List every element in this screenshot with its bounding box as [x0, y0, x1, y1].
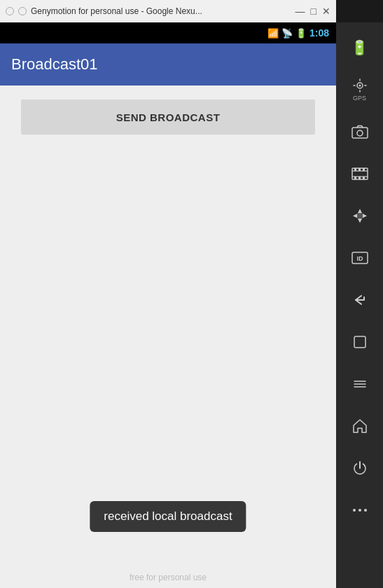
- camera-icon: [351, 125, 368, 139]
- sidebar-item-home[interactable]: [336, 406, 383, 446]
- recents-icon: [353, 335, 367, 349]
- sidebar-item-power[interactable]: [336, 449, 383, 488]
- power-icon: [352, 460, 368, 476]
- title-bar: Genymotion for personal use - Google Nex…: [0, 0, 336, 22]
- svg-rect-17: [357, 213, 363, 219]
- svg-marker-15: [353, 214, 357, 218]
- gps-icon: [352, 78, 368, 93]
- window-circle-2: [18, 7, 27, 15]
- sidebar-item-dpad[interactable]: [336, 196, 383, 235]
- svg-point-3: [357, 130, 363, 136]
- signal-icon: 📡: [281, 28, 293, 39]
- svg-rect-7: [354, 168, 356, 171]
- home-icon: [352, 418, 368, 434]
- battery-icon: 🔋: [295, 28, 307, 39]
- sidebar-item-menu[interactable]: [336, 364, 383, 404]
- main-content: SEND BROADCAST received local broadcast …: [0, 86, 336, 588]
- status-bar: 📶 📡 🔋 1:08: [0, 22, 336, 43]
- app-title: Broadcast01: [11, 55, 98, 74]
- svg-point-1: [358, 85, 361, 87]
- minimize-button[interactable]: —: [295, 6, 305, 16]
- svg-rect-11: [358, 177, 361, 179]
- svg-rect-12: [363, 177, 365, 179]
- watermark-text: free for personal use: [130, 573, 207, 582]
- window-controls: — □ ✕: [295, 6, 330, 16]
- svg-rect-20: [354, 336, 365, 348]
- sidebar-item-media[interactable]: [336, 154, 383, 193]
- dpad-icon: [352, 208, 368, 224]
- window-title: Genymotion for personal use - Google Nex…: [31, 6, 202, 16]
- svg-marker-16: [363, 214, 367, 218]
- svg-point-24: [353, 509, 356, 512]
- sidebar-item-back[interactable]: [336, 280, 383, 320]
- svg-point-25: [358, 509, 361, 512]
- menu-icon: [353, 378, 367, 390]
- restore-button[interactable]: □: [311, 6, 316, 16]
- svg-point-26: [364, 509, 367, 512]
- svg-marker-13: [358, 209, 362, 213]
- phone-frame: 📶 📡 🔋 1:08 Broadcast01 SEND BROADCAST re…: [0, 22, 336, 588]
- sidebar-item-recents[interactable]: [336, 322, 383, 362]
- send-broadcast-button[interactable]: SEND BROADCAST: [21, 100, 315, 135]
- sidebar-item-more[interactable]: [336, 491, 383, 530]
- sidebar: 🔋 GPS: [336, 22, 383, 588]
- close-button[interactable]: ✕: [322, 6, 330, 16]
- watermark: free for personal use: [130, 573, 207, 582]
- status-time: 1:08: [309, 27, 329, 39]
- wifi-icon: 📶: [267, 28, 279, 39]
- window-circle-1: [6, 7, 14, 15]
- toast-message: received local broadcast: [104, 510, 232, 523]
- sidebar-item-camera[interactable]: [336, 112, 383, 151]
- battery-sidebar-icon: 🔋: [351, 39, 368, 56]
- app-bar: Broadcast01: [0, 43, 336, 86]
- gps-label: GPS: [353, 95, 366, 102]
- back-icon: [351, 293, 368, 307]
- sidebar-item-gps[interactable]: GPS: [336, 70, 383, 109]
- more-icon: [352, 507, 368, 513]
- device-id-icon: ID: [351, 251, 368, 265]
- status-icons: 📶 📡 🔋 1:08: [267, 27, 329, 39]
- sidebar-item-battery[interactable]: 🔋: [336, 28, 383, 67]
- media-icon: [351, 167, 368, 181]
- svg-marker-14: [358, 219, 362, 223]
- toast-notification: received local broadcast: [90, 501, 246, 532]
- svg-rect-9: [363, 168, 365, 171]
- svg-rect-10: [354, 177, 356, 179]
- svg-rect-8: [358, 168, 361, 171]
- svg-text:ID: ID: [356, 255, 363, 262]
- sidebar-item-device-id[interactable]: ID: [336, 238, 383, 278]
